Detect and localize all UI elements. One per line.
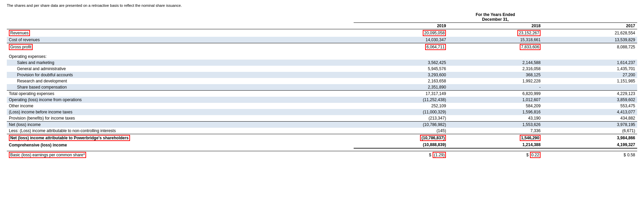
row-label-less-nci: Less: (Loss) income attributable to non-… <box>7 128 354 134</box>
row-label-revenues: Revenues <box>7 29 354 37</box>
row-label-net-loss-income: Net (loss) income <box>7 122 354 128</box>
row-val-operating-income-v2019: (11,252,438) <box>354 97 448 103</box>
year-2019-header: 2019 <box>354 23 448 29</box>
row-val-gross-profit-v2017: 8,088,725 <box>543 43 637 51</box>
row-val-general-admin-v2018: 2,316,058 <box>448 66 543 72</box>
dollar-sign: $ <box>526 153 529 157</box>
row-val-research-dev-v2017: 1,151,985 <box>543 78 637 84</box>
row-label-provision-tax: Provision (benefits) for income taxes <box>7 115 354 122</box>
row-val-net-loss-income-v2017: 3,978,195 <box>543 122 637 128</box>
row-val-comprehensive-v2017: 4,199,327 <box>543 142 637 148</box>
row-val-loss-before-tax-v2019: (11,000,329) <box>354 109 448 115</box>
row-label-total-op-exp: Total operating expenses <box>7 91 354 97</box>
row-val-op-exp-header-v2017 <box>543 53 637 60</box>
row-val-gross-profit-v2018: 7,833,606 <box>448 43 543 51</box>
row-val-research-dev-v2019: 2,163,658 <box>354 78 448 84</box>
row-val-net-attributable-v2017: 3,984,866 <box>543 134 637 142</box>
row-label-share-based: Share based compensation <box>7 84 354 91</box>
row-val-sales-marketing-v2019: 3,562,425 <box>354 60 448 66</box>
row-label-gross-profit: Gross profit <box>7 43 354 51</box>
dollar-sign: $ <box>429 153 431 157</box>
row-val-other-income-v2018: 584,209 <box>448 103 543 109</box>
row-label-op-exp-header: Operating expenses: <box>7 53 354 60</box>
row-val-basic-eps-v2019: $(1.29) <box>354 151 448 159</box>
table-row: (Loss) income before income taxes(11,000… <box>7 109 637 115</box>
row-val-provision-doubtful-v2017: 27,200 <box>543 72 637 78</box>
row-val-cost-of-revenues-v2017: 13,539,829 <box>543 37 637 43</box>
row-val-cost-of-revenues-v2019: 14,030,347 <box>354 37 448 43</box>
row-label-provision-doubtful: Provision for doubtful accounts <box>7 72 354 78</box>
table-row: Total operating expenses17,317,1496,820,… <box>7 91 637 97</box>
row-val-revenues-v2019: 20,095,058 <box>354 29 448 37</box>
row-val-provision-doubtful-v2019: 3,293,600 <box>354 72 448 78</box>
table-row: Operating (loss) income from operations(… <box>7 97 637 103</box>
table-row: Research and development2,163,6581,992,2… <box>7 78 637 84</box>
table-row: Provision (benefits) for income taxes(21… <box>7 115 637 122</box>
row-val-revenues-v2018: 23,152,267 <box>448 29 543 37</box>
row-val-total-op-exp-v2019: 17,317,149 <box>354 91 448 97</box>
row-val-share-based-v2018: - <box>448 84 543 91</box>
row-val-revenues-v2017: 21,628,554 <box>543 29 637 37</box>
row-label-other-income: Other income <box>7 103 354 109</box>
row-val-less-nci-v2019: (145) <box>354 128 448 134</box>
table-row: Gross profit6,064,7117,833,6068,088,725 <box>7 43 637 51</box>
row-val-loss-before-tax-v2017: 4,413,077 <box>543 109 637 115</box>
table-row: General and administrative5,945,5762,316… <box>7 66 637 72</box>
table-row: Sales and marketing3,562,4252,144,5881,6… <box>7 60 637 66</box>
table-row: Operating expenses: <box>7 53 637 60</box>
year-2018-header: 2018 <box>448 23 543 29</box>
row-val-comprehensive-v2019: (10,888,839) <box>354 142 448 148</box>
table-row: Share based compensation2,351,890- <box>7 84 637 91</box>
table-row: Other income252,109584,209553,475 <box>7 103 637 109</box>
row-val-sales-marketing-v2017: 1,614,237 <box>543 60 637 66</box>
row-val-share-based-v2017 <box>543 84 637 91</box>
row-val-sales-marketing-v2018: 2,144,588 <box>448 60 543 66</box>
row-val-total-op-exp-v2018: 6,820,999 <box>448 91 543 97</box>
row-val-net-loss-income-v2019: (10,786,982) <box>354 122 448 128</box>
row-label-operating-income: Operating (loss) income from operations <box>7 97 354 103</box>
row-val-research-dev-v2018: 1,992,228 <box>448 78 543 84</box>
row-label-general-admin: General and administrative <box>7 66 354 72</box>
row-val-cost-of-revenues-v2018: 15,318,661 <box>448 37 543 43</box>
table-row: Less: (Loss) income attributable to non-… <box>7 128 637 134</box>
table-row: Provision for doubtful accounts3,293,600… <box>7 72 637 78</box>
row-val-net-attributable-v2019: (10,786,837) <box>354 134 448 142</box>
row-label-comprehensive: Comprehensive (loss) income <box>7 142 354 148</box>
row-label-basic-eps: Basic (loss) earnings per common share* <box>7 151 354 159</box>
row-val-operating-income-v2018: 1,012,607 <box>448 97 543 103</box>
row-val-provision-tax-v2017: 434,882 <box>543 115 637 122</box>
row-val-basic-eps-v2017: $0.58 <box>543 151 637 159</box>
row-val-operating-income-v2017: 3,859,602 <box>543 97 637 103</box>
period-header: For the Years Ended December 31, <box>354 12 637 23</box>
row-val-less-nci-v2018: 7,336 <box>448 128 543 134</box>
row-val-provision-tax-v2019: (213,347) <box>354 115 448 122</box>
row-val-provision-tax-v2018: 43,190 <box>448 115 543 122</box>
row-val-net-attributable-v2018: 1,546,290 <box>448 134 543 142</box>
table-row: Net (loss) income(10,786,982)1,553,6263,… <box>7 122 637 128</box>
row-label-net-attributable: Net (loss) income attributable to Powerb… <box>7 134 354 142</box>
year-2017-header: 2017 <box>543 23 637 29</box>
table-row: Net (loss) income attributable to Powerb… <box>7 134 637 142</box>
row-val-loss-before-tax-v2018: 1,596,816 <box>448 109 543 115</box>
row-val-basic-eps-v2018: $0.22 <box>448 151 543 159</box>
table-row: Basic (loss) earnings per common share*$… <box>7 151 637 159</box>
row-val-gross-profit-v2019: 6,064,711 <box>354 43 448 51</box>
row-label-sales-marketing: Sales and marketing <box>7 60 354 66</box>
row-label-research-dev: Research and development <box>7 78 354 84</box>
header-note: The shares and per share data are presen… <box>7 3 637 7</box>
row-val-share-based-v2019: 2,351,890 <box>354 84 448 91</box>
table-row: Comprehensive (loss) income(10,888,839)1… <box>7 142 637 148</box>
row-val-other-income-v2019: 252,109 <box>354 103 448 109</box>
row-val-less-nci-v2017: (6,671) <box>543 128 637 134</box>
row-label-loss-before-tax: (Loss) income before income taxes <box>7 109 354 115</box>
table-row: Revenues20,095,05823,152,26721,628,554 <box>7 29 637 37</box>
table-row: Cost of revenues14,030,34715,318,66113,5… <box>7 37 637 43</box>
row-val-comprehensive-v2018: 1,214,388 <box>448 142 543 148</box>
row-val-op-exp-header-v2019 <box>354 53 448 60</box>
row-label-cost-of-revenues: Cost of revenues <box>7 37 354 43</box>
financial-table: For the Years Ended December 31, 2019 20… <box>7 12 637 159</box>
row-val-op-exp-header-v2018 <box>448 53 543 60</box>
row-val-other-income-v2017: 553,475 <box>543 103 637 109</box>
row-val-general-admin-v2019: 5,945,576 <box>354 66 448 72</box>
row-val-net-loss-income-v2018: 1,553,626 <box>448 122 543 128</box>
